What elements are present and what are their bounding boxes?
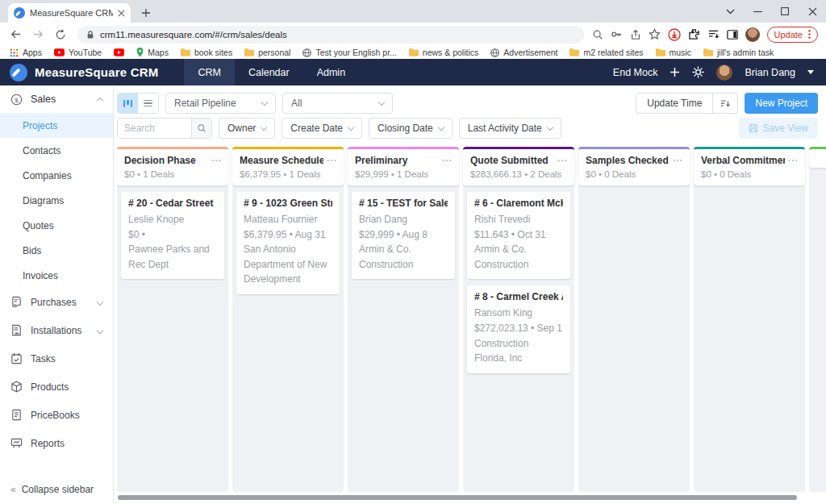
sidebar-item-bids[interactable]: Bids xyxy=(0,238,113,263)
pipeline-select[interactable]: Retail Pipeline xyxy=(165,93,276,114)
deal-card[interactable]: # 9 - 1023 Green StreetMatteau Fournier$… xyxy=(236,192,340,294)
sidebar-item-contacts[interactable]: Contacts xyxy=(0,138,113,163)
user-menu-caret-icon[interactable] xyxy=(807,70,814,74)
sidebar-item-tasks[interactable]: Tasks xyxy=(0,344,113,373)
user-avatar[interactable] xyxy=(716,65,732,81)
app-nav-item-admin[interactable]: Admin xyxy=(303,59,359,85)
bookmark-item[interactable]: Advertisement xyxy=(490,48,557,57)
bookmark-item[interactable]: jill's admin task xyxy=(703,48,774,57)
sort-button[interactable] xyxy=(713,98,737,109)
deal-company: Construction Florida, Inc xyxy=(474,336,563,366)
reading-list-icon[interactable] xyxy=(707,28,720,40)
column-header: Decision Phase$0 • 1 Deals xyxy=(117,147,228,185)
globe-icon xyxy=(490,48,499,57)
share-icon[interactable] xyxy=(630,29,641,40)
window-minimize-button[interactable] xyxy=(744,0,771,23)
board-horizontal-scrollbar[interactable] xyxy=(118,494,818,501)
column-menu-button[interactable] xyxy=(557,159,567,162)
search-submit-button[interactable] xyxy=(191,119,211,138)
side-panel-icon[interactable] xyxy=(727,29,738,40)
deal-card[interactable]: # 15 - TEST for Sales - R...Brian Dang$2… xyxy=(352,192,455,279)
add-icon[interactable] xyxy=(670,67,680,77)
bookmark-item[interactable]: Test your English pr... xyxy=(302,48,396,57)
sidebar-item-products[interactable]: Products xyxy=(0,373,113,401)
window-close-button[interactable] xyxy=(799,0,826,23)
scrollbar-thumb[interactable] xyxy=(118,495,797,500)
collapse-label: Collapse sidebar xyxy=(22,484,94,495)
extensions-puzzle-icon[interactable] xyxy=(688,28,700,40)
window-maximize-button[interactable] xyxy=(771,0,799,23)
column-title: Verbal Commitment xyxy=(701,155,785,166)
user-name[interactable]: Brian Dang xyxy=(745,67,795,78)
search-icon[interactable] xyxy=(592,29,603,40)
filter-button-owner[interactable]: Owner xyxy=(219,118,275,139)
list-view-toggle[interactable] xyxy=(138,94,158,113)
save-view-label: Save View xyxy=(763,123,808,134)
bookmark-item[interactable]: Maps xyxy=(136,48,169,57)
sidebar-item-reports[interactable]: Reports xyxy=(0,429,113,457)
sidebar-section-sales[interactable]: $ Sales xyxy=(0,85,113,113)
bookmark-item[interactable]: book sites xyxy=(181,48,232,57)
browser-window: MeasureSquare CRM xyxy=(0,0,826,504)
forward-button[interactable] xyxy=(29,26,47,44)
app-nav-item-crm[interactable]: CRM xyxy=(184,59,234,85)
kanban-column: Decision Phase$0 • 1 Deals# 20 - Cedar S… xyxy=(117,147,228,492)
browser-profile-avatar[interactable] xyxy=(745,27,760,42)
sidebar-item-companies[interactable]: Companies xyxy=(0,163,113,188)
kanban-column: Preliminary$29,999 • 1 Deals# 15 - TEST … xyxy=(348,147,459,492)
sidebar-item-pricebooks[interactable]: PriceBooks xyxy=(0,401,113,429)
settings-gear-icon[interactable] xyxy=(692,66,704,78)
deal-card[interactable]: # 20 - Cedar StreetLeslie Knope$0 •Pawne… xyxy=(121,192,224,279)
back-button[interactable] xyxy=(6,26,24,44)
column-menu-button[interactable] xyxy=(327,159,336,162)
bookmark-item[interactable]: Apps xyxy=(10,48,42,57)
bookmark-item[interactable] xyxy=(114,48,124,56)
chrome-update-button[interactable]: Update xyxy=(767,27,818,43)
tab-close-icon[interactable] xyxy=(118,10,125,17)
sidebar-item-invoices[interactable]: Invoices xyxy=(0,263,113,288)
bookmark-item[interactable]: m2 related sites xyxy=(569,48,643,57)
column-menu-button[interactable] xyxy=(788,159,798,162)
sidebar-item-diagrams[interactable]: Diagrams xyxy=(0,188,113,213)
end-mock-button[interactable]: End Mock xyxy=(613,67,658,78)
password-key-icon[interactable] xyxy=(611,28,623,40)
sidebar-item-quotes[interactable]: Quotes xyxy=(0,213,113,238)
browser-tab[interactable]: MeasureSquare CRM xyxy=(8,3,131,23)
kanban-board: Decision Phase$0 • 1 Deals# 20 - Cedar S… xyxy=(117,147,826,492)
chrome-menu-chevron-icon[interactable] xyxy=(716,0,744,23)
sidebar-item-installations[interactable]: Installations xyxy=(0,316,113,344)
chevron-down-icon xyxy=(97,327,103,333)
save-view-button[interactable]: Save View xyxy=(739,118,818,139)
scope-select[interactable]: All xyxy=(282,93,393,114)
refresh-button[interactable] xyxy=(52,26,69,44)
bookmark-item[interactable]: personal xyxy=(244,48,290,57)
app-nav-item-calendar[interactable]: Calendar xyxy=(235,59,303,85)
search-input[interactable] xyxy=(118,119,191,138)
address-bar[interactable]: crm11.measuresquare.com/#/crm/sales/deal… xyxy=(77,26,584,44)
bookmark-star-icon[interactable] xyxy=(649,28,661,40)
deal-owner: Brian Dang xyxy=(359,212,448,227)
sidebar-item-label: PriceBooks xyxy=(31,410,80,421)
kanban-view-toggle[interactable] xyxy=(118,94,138,113)
bookmark-item[interactable]: news & politics xyxy=(409,48,478,57)
collapse-sidebar-button[interactable]: « Collapse sidebar xyxy=(0,475,113,504)
column-menu-button[interactable] xyxy=(673,159,682,162)
bookmark-item[interactable]: music xyxy=(656,48,691,57)
new-project-button[interactable]: New Project xyxy=(745,93,818,114)
column-menu-button[interactable] xyxy=(442,159,452,162)
deal-card[interactable]: # 8 - Carmel Creek Apar...Ransom King$27… xyxy=(467,285,570,373)
filter-button-closing-date[interactable]: Closing Date xyxy=(369,118,453,139)
filter-button-last-activity-date[interactable]: Last Activity Date xyxy=(459,118,561,139)
deal-card[interactable]: # 6 - Claremont McKen...Rishi Trevedi$11… xyxy=(467,192,570,279)
bookmark-item[interactable]: YouTube xyxy=(54,48,102,57)
filter-button-create-date[interactable]: Create Date xyxy=(282,118,362,139)
deal-company: Armin & Co. Construction xyxy=(359,242,448,272)
column-menu-button[interactable] xyxy=(211,159,221,162)
folder-icon xyxy=(181,48,190,56)
sidebar-item-projects[interactable]: Projects xyxy=(0,113,113,138)
column-title: Samples Checked out xyxy=(586,155,670,166)
sidebar-item-purchases[interactable]: Purchases xyxy=(0,288,113,316)
new-tab-button[interactable] xyxy=(136,3,156,23)
update-time-button[interactable]: Update Time xyxy=(636,98,712,109)
download-update-icon[interactable] xyxy=(668,28,681,41)
